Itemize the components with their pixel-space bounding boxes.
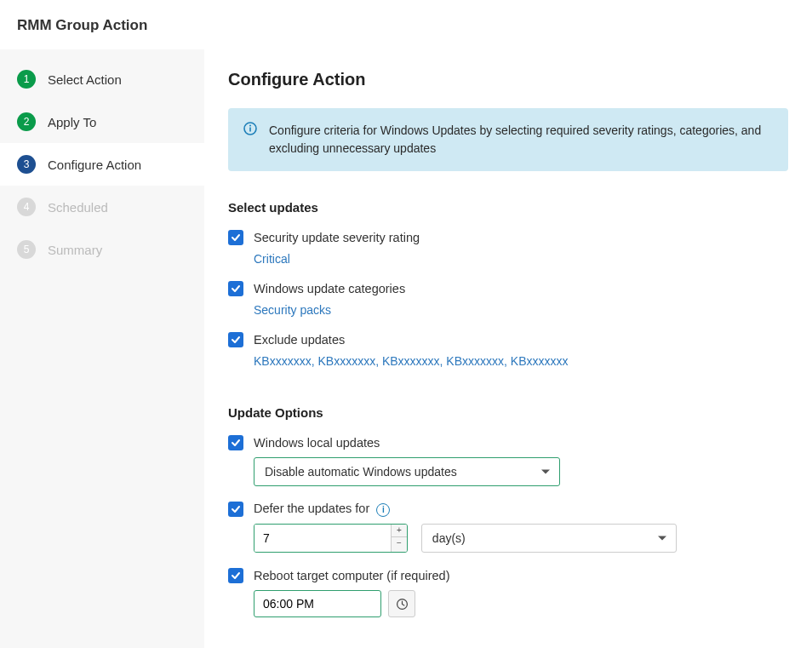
step-label: Select Action [48, 72, 122, 87]
stepper-up[interactable]: + [392, 525, 407, 537]
step-number: 3 [17, 155, 36, 174]
step-label: Scheduled [48, 200, 108, 215]
step-configure-action[interactable]: 3 Configure Action [0, 143, 204, 186]
caret-down-icon [658, 536, 666, 541]
clock-icon [396, 598, 409, 611]
checkbox-categories[interactable] [228, 281, 243, 296]
step-number: 1 [17, 70, 36, 89]
select-defer-unit-value: day(s) [421, 524, 677, 553]
section-update-options: Update Options [228, 405, 788, 420]
defer-stepper: + − [254, 524, 408, 553]
checkbox-severity[interactable] [228, 230, 243, 245]
section-select-updates: Select updates [228, 200, 788, 215]
info-icon [243, 122, 257, 158]
wizard-sidebar: 1 Select Action 2 Apply To 3 Configure A… [0, 49, 204, 648]
step-summary: 5 Summary [0, 228, 204, 271]
checkbox-exclude[interactable] [228, 332, 243, 347]
step-label: Apply To [48, 115, 96, 129]
step-label: Configure Action [48, 158, 141, 172]
page-header: RMM Group Action [0, 0, 812, 49]
main-panel: Configure Action Configure criteria for … [204, 49, 812, 648]
banner-text: Configure criteria for Windows Updates b… [269, 122, 773, 158]
select-local-updates-value: Disable automatic Windows updates [254, 457, 560, 486]
step-number: 2 [17, 112, 36, 131]
caret-down-icon [541, 470, 550, 474]
link-severity-value[interactable]: Critical [254, 252, 788, 266]
label-severity: Security update severity rating [254, 231, 420, 244]
link-exclude-value[interactable]: KBxxxxxxx, KBxxxxxxx, KBxxxxxxx, KBxxxxx… [254, 354, 788, 368]
step-number: 5 [17, 240, 36, 259]
label-categories: Windows update categories [254, 282, 405, 295]
info-icon[interactable]: i [376, 503, 390, 517]
info-banner: Configure criteria for Windows Updates b… [228, 108, 788, 171]
clock-button[interactable] [388, 590, 415, 617]
reboot-time-input[interactable] [254, 590, 381, 617]
step-scheduled: 4 Scheduled [0, 186, 204, 228]
stepper-down[interactable]: − [392, 537, 407, 549]
label-reboot: Reboot target computer (if required) [254, 569, 450, 582]
step-select-action[interactable]: 1 Select Action [0, 58, 204, 100]
checkbox-defer[interactable] [228, 502, 243, 517]
select-defer-unit[interactable]: day(s) [421, 524, 677, 553]
page-title: Configure Action [228, 70, 788, 89]
header-title: RMM Group Action [17, 17, 147, 33]
svg-rect-2 [249, 128, 251, 132]
svg-point-1 [249, 125, 251, 127]
checkbox-reboot[interactable] [228, 568, 243, 583]
defer-input[interactable] [254, 525, 391, 552]
step-apply-to[interactable]: 2 Apply To [0, 100, 204, 143]
label-local-updates: Windows local updates [254, 436, 380, 450]
step-label: Summary [48, 243, 102, 257]
label-defer: Defer the updates for i [254, 502, 390, 516]
checkbox-local-updates[interactable] [228, 435, 243, 450]
label-exclude: Exclude updates [254, 333, 345, 347]
step-number: 4 [17, 198, 36, 216]
link-categories-value[interactable]: Security packs [254, 303, 788, 317]
select-local-updates[interactable]: Disable automatic Windows updates [254, 457, 560, 486]
